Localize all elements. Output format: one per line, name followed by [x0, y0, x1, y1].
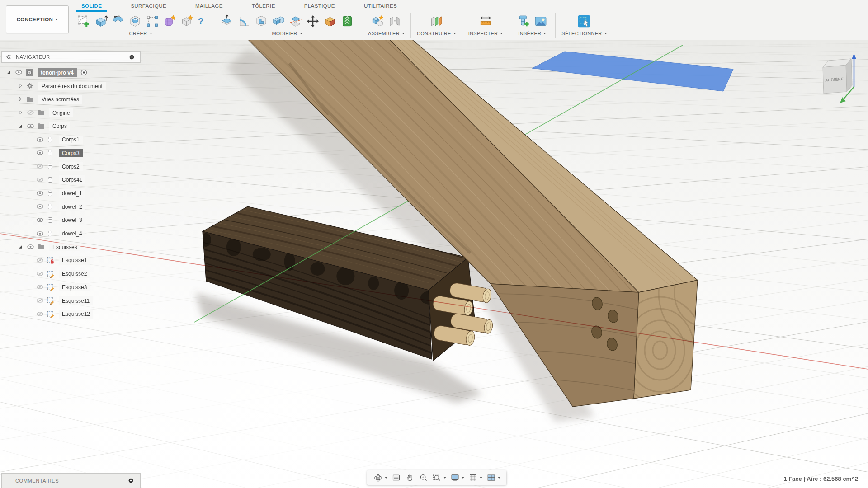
item-label[interactable]: dowel_1 — [59, 189, 85, 198]
physical-material-icon[interactable] — [321, 12, 339, 30]
item-label[interactable]: Esquisse2 — [59, 270, 90, 278]
visibility-on-icon[interactable] — [26, 122, 35, 130]
joint-icon[interactable] — [386, 12, 403, 30]
navigator-row-origine[interactable]: Origine — [1, 106, 151, 120]
chevron-down-icon[interactable] — [443, 477, 446, 479]
group-label-modifier[interactable]: MODIFIER — [272, 31, 302, 36]
visibility-on-icon[interactable] — [36, 203, 45, 211]
new-component-icon[interactable] — [369, 12, 386, 30]
minimize-icon[interactable] — [129, 54, 135, 60]
navigator-row-dowel-3[interactable]: dowel_3 — [1, 214, 151, 227]
tab-surfacique[interactable]: SURFACIQUE — [125, 0, 172, 12]
item-label[interactable]: Corps — [49, 122, 70, 131]
navigator-row-esquisse1[interactable]: Esquisse1 — [1, 254, 151, 267]
display-settings-icon[interactable] — [449, 472, 460, 483]
shell-icon[interactable] — [253, 12, 270, 30]
create-form-icon[interactable] — [161, 12, 178, 30]
item-label[interactable]: Paramètres du document — [38, 82, 106, 90]
press-pull-icon[interactable] — [218, 12, 236, 30]
navigator-row-corps1[interactable]: Corps1 — [1, 133, 151, 146]
collapse-tree-icon[interactable] — [18, 244, 24, 250]
comments-panel[interactable]: COMMENTAIRES — [1, 473, 141, 488]
item-label[interactable]: Esquisses — [49, 243, 80, 251]
move-icon[interactable] — [304, 12, 321, 30]
orbit-icon[interactable] — [373, 472, 383, 483]
item-label[interactable]: Corps3 — [59, 149, 83, 157]
visibility-on-icon[interactable] — [36, 149, 45, 157]
navigator-row-tenon-pro-v4[interactable]: tenon-pro v4 — [1, 66, 151, 80]
item-label[interactable]: Esquisse11 — [59, 296, 93, 305]
item-label[interactable]: dowel_4 — [59, 230, 85, 238]
grid-settings-icon[interactable] — [467, 472, 478, 483]
select-icon[interactable] — [576, 12, 593, 30]
item-label[interactable]: Corps2 — [59, 162, 83, 171]
navigator-row-param-tres-du-document[interactable]: Paramètres du document — [1, 80, 151, 93]
navigator-row-esquisse12[interactable]: Esquisse12 — [1, 307, 151, 321]
group-label-cr-er[interactable]: CRÉER — [129, 31, 152, 36]
navigator-row-esquisse11[interactable]: Esquisse11 — [1, 294, 151, 308]
navigator-row-corps41[interactable]: Corps41 — [1, 174, 151, 187]
item-label[interactable]: dowel_2 — [59, 202, 85, 211]
visibility-off-icon[interactable] — [36, 257, 45, 264]
pan-icon[interactable] — [404, 472, 415, 483]
group-label-construire[interactable]: CONSTRUIRE — [417, 31, 456, 36]
group-label-ins-rer[interactable]: INSÉRER — [518, 31, 546, 36]
chevron-down-icon[interactable] — [480, 477, 482, 479]
insert-fastener-icon[interactable] — [515, 12, 532, 30]
navigator-row-esquisse2[interactable]: Esquisse2 — [1, 267, 151, 281]
viewports-icon[interactable] — [486, 472, 496, 483]
visibility-on-icon[interactable] — [36, 136, 45, 144]
activate-component-radio[interactable] — [80, 69, 88, 76]
visibility-on-icon[interactable] — [36, 216, 45, 224]
item-label[interactable]: Esquisse1 — [59, 256, 90, 265]
sketch-pattern-icon[interactable] — [144, 12, 161, 30]
measure-icon[interactable] — [477, 12, 494, 30]
base-feature-icon[interactable] — [178, 12, 195, 30]
create-sketch-icon[interactable] — [75, 12, 92, 30]
visibility-off-icon[interactable] — [36, 270, 45, 278]
tab-t-lerie[interactable]: TÔLERIE — [246, 0, 281, 12]
item-label[interactable]: Vues nommées — [38, 95, 82, 104]
visibility-off-icon[interactable] — [26, 109, 35, 117]
fit-icon[interactable] — [431, 472, 442, 483]
collapse-tree-icon[interactable] — [6, 70, 12, 76]
expand-comments-icon[interactable] — [128, 478, 134, 483]
tab-maillage[interactable]: MAILLAGE — [190, 0, 228, 12]
chevron-down-icon[interactable] — [498, 477, 500, 479]
visibility-off-icon[interactable] — [36, 163, 45, 170]
visibility-off-icon[interactable] — [36, 310, 45, 318]
item-label[interactable]: Origine — [49, 108, 73, 117]
navigator-row-corps3[interactable]: Corps3 — [1, 146, 151, 160]
visibility-off-icon[interactable] — [36, 297, 45, 305]
revolve-icon[interactable] — [109, 12, 127, 30]
tab-solide[interactable]: SOLIDE — [76, 0, 107, 12]
item-label[interactable]: dowel_3 — [59, 216, 85, 225]
navigator-row-corps2[interactable]: Corps2 — [1, 160, 151, 174]
extrude-icon[interactable] — [92, 12, 109, 30]
item-label[interactable]: tenon-pro v4 — [38, 68, 77, 77]
navigator-row-corps[interactable]: Corps — [1, 120, 151, 133]
expand-tree-icon[interactable] — [18, 96, 24, 103]
hole-icon[interactable] — [127, 12, 144, 30]
appearance-icon[interactable] — [339, 12, 356, 30]
navigator-row-vues-nomm-es[interactable]: Vues nommées — [1, 93, 151, 106]
navigator-row-esquisse3[interactable]: Esquisse3 — [1, 281, 151, 294]
item-label[interactable]: Corps1 — [59, 136, 83, 144]
chevron-down-icon[interactable] — [462, 477, 464, 479]
split-body-icon[interactable] — [287, 12, 304, 30]
combine-icon[interactable] — [270, 12, 287, 30]
navigator-row-esquisses[interactable]: Esquisses — [1, 240, 151, 254]
group-label-assembler[interactable]: ASSEMBLER — [368, 31, 405, 36]
look-at-icon[interactable] — [391, 472, 401, 483]
navigator-row-dowel-1[interactable]: dowel_1 — [1, 187, 151, 200]
collapse-tree-icon[interactable] — [18, 123, 24, 130]
tab-plastique[interactable]: PLASTIQUE — [299, 0, 340, 12]
visibility-on-icon[interactable] — [36, 230, 45, 238]
canvas-icon[interactable] — [532, 12, 549, 30]
item-label[interactable]: Esquisse12 — [59, 310, 93, 319]
help-icon[interactable]: ? — [195, 12, 206, 30]
construction-plane-icon[interactable] — [428, 12, 445, 30]
visibility-on-icon[interactable] — [14, 69, 24, 76]
expand-tree-icon[interactable] — [18, 83, 24, 89]
visibility-on-icon[interactable] — [26, 243, 35, 251]
